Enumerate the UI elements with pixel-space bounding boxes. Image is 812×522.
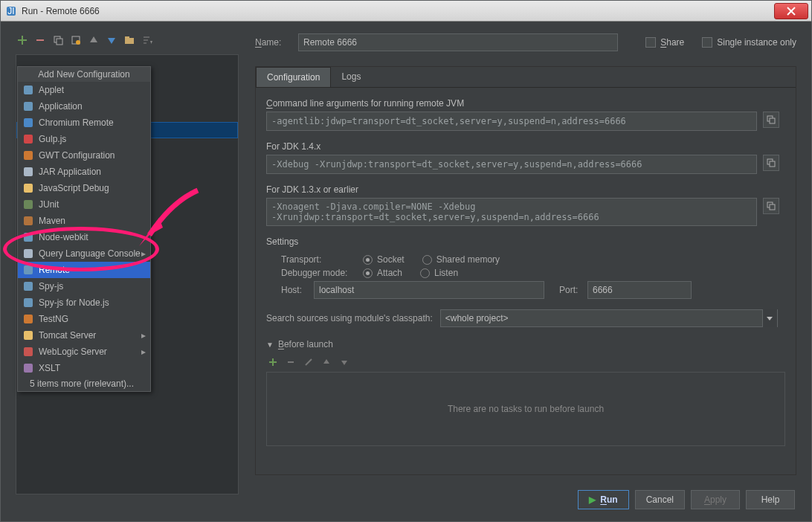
dropdown-item-remote[interactable]: Remote bbox=[18, 262, 150, 278]
svg-line-47 bbox=[306, 359, 312, 365]
copy-jdk14-icon[interactable] bbox=[763, 155, 779, 171]
add-icon[interactable] bbox=[16, 33, 29, 47]
cmd-args-field[interactable]: -agentlib:jdwp=transport=dt_socket,serve… bbox=[266, 112, 757, 131]
dropdown-item-gwt[interactable]: GWT Configuration bbox=[18, 147, 150, 164]
help-button[interactable]: Help bbox=[746, 490, 795, 509]
debugger-attach-radio[interactable]: Attach bbox=[363, 268, 402, 278]
xslt-icon bbox=[22, 362, 34, 374]
dropdown-item-nodewebkit[interactable]: Node-webkit bbox=[18, 229, 150, 245]
svg-rect-31 bbox=[24, 282, 33, 291]
dropdown-item-query[interactable]: Query Language Console▸ bbox=[18, 245, 150, 262]
jdk14-field[interactable]: -Xdebug -Xrunjdwp:transport=dt_socket,se… bbox=[266, 155, 757, 174]
jdk13-field[interactable]: -Xnoagent -Djava.compiler=NONE -Xdebug -… bbox=[266, 198, 757, 226]
dialog-button-row: ▶Run Cancel Apply Help bbox=[578, 490, 795, 509]
dropdown-item-jar[interactable]: JAR Application bbox=[18, 164, 150, 180]
svg-rect-42 bbox=[770, 204, 775, 210]
svg-rect-28 bbox=[24, 233, 33, 242]
cancel-button[interactable]: Cancel bbox=[635, 490, 685, 509]
dropdown-item-label: XSLT bbox=[39, 363, 60, 373]
svg-rect-38 bbox=[770, 118, 775, 123]
sort-icon[interactable] bbox=[141, 33, 154, 47]
dropdown-item-js[interactable]: JavaScript Debug bbox=[18, 180, 150, 196]
copy-cmd-icon[interactable] bbox=[763, 112, 779, 128]
tab-logs[interactable]: Logs bbox=[331, 67, 371, 87]
tomcat-icon bbox=[22, 329, 34, 341]
jdk13-label: For JDK 1.3.x or earlier bbox=[266, 184, 785, 195]
svg-marker-48 bbox=[323, 359, 329, 364]
transport-label: Transport: bbox=[281, 254, 363, 265]
svg-rect-20 bbox=[24, 102, 33, 111]
dropdown-item-spyjs[interactable]: Spy-js bbox=[18, 278, 150, 294]
dropdown-item-testng[interactable]: TestNG bbox=[18, 311, 150, 327]
dropdown-item-weblogic[interactable]: WebLogic Server▸ bbox=[18, 344, 150, 360]
app-icon: JI bbox=[4, 4, 19, 19]
svg-rect-27 bbox=[24, 216, 33, 225]
copy-icon[interactable] bbox=[51, 33, 65, 47]
move-down-icon[interactable] bbox=[105, 33, 118, 47]
jdk14-label: For JDK 1.4.x bbox=[266, 141, 785, 152]
dropdown-item-tomcat[interactable]: Tomcat Server▸ bbox=[18, 327, 150, 344]
svg-marker-18 bbox=[150, 41, 152, 44]
share-checkbox[interactable]: Share bbox=[645, 37, 684, 48]
before-launch-header[interactable]: ▼ Before launch bbox=[266, 339, 785, 349]
dropdown-item-chromium[interactable]: Chromium Remote bbox=[18, 115, 150, 131]
dropdown-item-label: JUnit bbox=[39, 199, 59, 210]
spyjs-node-icon bbox=[22, 297, 34, 309]
dropdown-item-gulp[interactable]: Gulp.js bbox=[18, 131, 150, 147]
before-launch-toolbar bbox=[266, 355, 785, 369]
remove-icon[interactable] bbox=[33, 33, 47, 47]
svg-marker-11 bbox=[90, 36, 97, 42]
dropdown-item-application[interactable]: Application bbox=[18, 98, 150, 115]
dropdown-item-label: Spy-js for Node.js bbox=[39, 297, 109, 308]
junit-icon bbox=[22, 199, 34, 210]
transport-shared-radio[interactable]: Shared memory bbox=[422, 254, 500, 265]
dropdown-more[interactable]: 5 items more (irrelevant)... bbox=[18, 376, 150, 391]
maven-icon bbox=[22, 215, 34, 227]
dropdown-item-label: Query Language Console bbox=[39, 248, 141, 259]
svg-rect-40 bbox=[770, 161, 775, 167]
classpath-combo[interactable]: <whole project> bbox=[440, 309, 778, 327]
folder-icon[interactable] bbox=[123, 33, 136, 47]
close-button[interactable] bbox=[774, 3, 808, 19]
dropdown-item-label: JavaScript Debug bbox=[39, 183, 109, 193]
single-instance-checkbox[interactable]: Single instance only bbox=[702, 37, 796, 48]
run-config-dialog: JI Run - Remote 6666 Add New Configurati… bbox=[0, 0, 812, 522]
transport-socket-radio[interactable]: Socket bbox=[363, 254, 405, 265]
bl-up-icon[interactable] bbox=[320, 355, 333, 369]
move-up-icon[interactable] bbox=[87, 33, 100, 47]
bl-remove-icon[interactable] bbox=[284, 355, 297, 369]
dropdown-item-maven[interactable]: Maven bbox=[18, 213, 150, 229]
spyjs-icon bbox=[22, 280, 34, 292]
name-input[interactable] bbox=[298, 33, 618, 51]
gulp-icon bbox=[22, 133, 34, 145]
nodewebkit-icon bbox=[22, 231, 34, 243]
js-icon bbox=[22, 182, 34, 194]
bl-down-icon[interactable] bbox=[338, 355, 351, 369]
dropdown-item-spyjs-node[interactable]: Spy-js for Node.js bbox=[18, 294, 150, 311]
tab-row: Configuration Logs bbox=[256, 67, 796, 88]
weblogic-icon bbox=[22, 346, 34, 358]
save-template-icon[interactable] bbox=[69, 33, 83, 47]
config-panel: Configuration Logs Command line argument… bbox=[255, 66, 796, 475]
svg-rect-22 bbox=[24, 135, 33, 144]
before-launch-list: There are no tasks to run before launch bbox=[266, 372, 785, 446]
dropdown-item-label: GWT Configuration bbox=[39, 150, 115, 161]
bl-edit-icon[interactable] bbox=[302, 355, 315, 369]
dropdown-item-label: Remote bbox=[39, 265, 70, 275]
dropdown-item-junit[interactable]: JUnit bbox=[18, 196, 150, 213]
dropdown-item-label: Spy-js bbox=[39, 281, 63, 291]
tab-configuration[interactable]: Configuration bbox=[256, 67, 331, 87]
host-input[interactable] bbox=[314, 281, 544, 299]
query-icon bbox=[22, 248, 34, 260]
bl-add-icon[interactable] bbox=[266, 355, 280, 369]
collapse-icon: ▼ bbox=[266, 341, 274, 349]
debugger-listen-radio[interactable]: Listen bbox=[420, 268, 458, 278]
svg-rect-23 bbox=[24, 151, 33, 160]
submenu-arrow-icon: ▸ bbox=[141, 248, 146, 259]
run-button[interactable]: ▶Run bbox=[578, 490, 628, 509]
content-area: Add New Configuration AppletApplicationC… bbox=[1, 22, 811, 522]
dropdown-item-applet[interactable]: Applet bbox=[18, 82, 150, 98]
copy-jdk13-icon[interactable] bbox=[763, 198, 779, 214]
dropdown-item-xslt[interactable]: XSLT bbox=[18, 360, 150, 376]
port-input[interactable] bbox=[587, 281, 692, 299]
